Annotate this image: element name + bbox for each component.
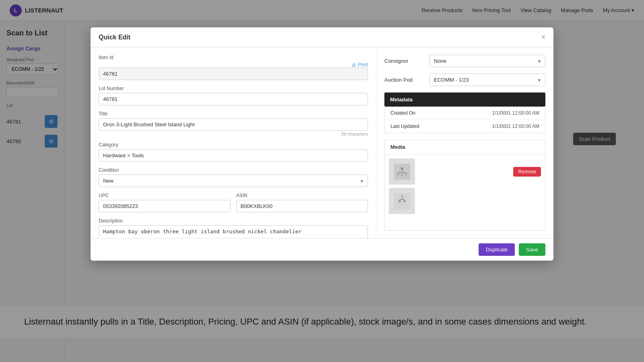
description-group: Description Hampton bay oberon three lig… — [99, 218, 368, 238]
description-textarea[interactable]: Hampton bay oberon three light island br… — [99, 225, 368, 238]
asin-label: ASIN — [236, 193, 368, 198]
media-thumbnail-1 — [389, 188, 415, 214]
upc-group: UPC — [99, 193, 231, 212]
lot-number-label: Lot Number — [99, 86, 368, 91]
char-count: 39 characters — [99, 132, 368, 136]
svg-point-11 — [403, 200, 406, 202]
svg-point-10 — [398, 200, 401, 202]
category-label: Category — [99, 142, 368, 148]
modal-title: Quick Edit — [99, 34, 130, 41]
svg-point-4 — [397, 173, 399, 175]
condition-select-wrapper: New Used Like New Good Fair Poor — [99, 175, 368, 187]
consignor-row: Consignor None — [384, 55, 545, 67]
modal-close-button[interactable]: × — [541, 33, 545, 41]
created-on-label: Created On — [390, 110, 415, 116]
asin-group: ASIN — [236, 193, 368, 212]
print-icon: 🖨 — [351, 62, 356, 68]
metadata-header: Metadata — [384, 93, 545, 107]
category-group: Category — [99, 142, 368, 162]
media-section: Media — [384, 140, 545, 231]
created-on-value: 1/1/0001 12:00:00 AM — [492, 110, 539, 116]
consignor-select-wrapper: None — [429, 55, 545, 67]
description-label: Description — [99, 218, 368, 224]
condition-group: Condition New Used Like New Good Fair Po… — [99, 167, 368, 187]
duplicate-button[interactable]: Duplicate — [479, 243, 515, 256]
media-thumbnail-0 — [389, 158, 415, 185]
condition-select[interactable]: New Used Like New Good Fair Poor — [99, 175, 368, 187]
category-input[interactable] — [99, 149, 368, 162]
lamp-icon — [394, 193, 410, 209]
auction-pod-row: Auction Pod ECOMM - 1/23 — [384, 74, 545, 86]
auction-pod-select-wrapper: ECOMM - 1/23 — [429, 74, 545, 86]
table-row: Last Updated 1/1/0001 12:00:00 AM — [385, 120, 545, 133]
upc-label: UPC — [99, 193, 231, 198]
meta-panel: Consignor None Auction Pod ECOMM - 1/2 — [376, 47, 553, 238]
metadata-block: Metadata Created On 1/1/0001 12:00:00 AM… — [384, 93, 545, 140]
table-row: Created On 1/1/0001 12:00:00 AM — [385, 107, 545, 120]
modal-body: Item Id 🖨 Print Lot Number — [91, 47, 553, 238]
title-label: Title — [99, 111, 368, 117]
remove-button[interactable]: Remove — [513, 167, 541, 177]
item-id-input[interactable] — [99, 68, 368, 80]
media-item-1 — [389, 188, 541, 214]
upc-asin-row: UPC ASIN — [99, 193, 368, 218]
modal-footer: Duplicate Save — [91, 238, 553, 261]
svg-point-6 — [405, 173, 407, 175]
quick-edit-modal: Quick Edit × Item Id 🖨 Print — [91, 27, 553, 261]
last-updated-value: 1/1/0001 12:00:00 AM — [492, 123, 539, 129]
modal-header: Quick Edit × — [91, 27, 553, 47]
metadata-table: Created On 1/1/0001 12:00:00 AM Last Upd… — [384, 107, 545, 133]
print-link[interactable]: 🖨 Print — [351, 62, 368, 68]
media-content: Remove — [385, 154, 545, 215]
auction-pod-label: Auction Pod — [384, 77, 425, 83]
auction-pod-select[interactable]: ECOMM - 1/23 — [429, 74, 545, 86]
item-id-label: Item Id — [99, 55, 368, 60]
last-updated-label: Last Updated — [390, 123, 419, 129]
title-input[interactable] — [99, 118, 368, 131]
item-id-group: Item Id 🖨 Print — [99, 55, 368, 80]
upc-input[interactable] — [99, 200, 231, 212]
media-header: Media — [385, 140, 545, 154]
modal-overlay: Quick Edit × Item Id 🖨 Print — [0, 21, 644, 362]
lot-number-group: Lot Number — [99, 86, 368, 105]
consignor-select[interactable]: None — [429, 55, 545, 67]
title-group: Title 39 characters — [99, 111, 368, 136]
consignor-label: Consignor — [384, 58, 425, 64]
media-item-0: Remove — [389, 158, 541, 185]
save-button[interactable]: Save — [519, 243, 545, 256]
svg-point-5 — [401, 174, 403, 176]
lot-number-input[interactable] — [99, 93, 368, 105]
svg-point-1 — [401, 167, 403, 170]
condition-label: Condition — [99, 167, 368, 173]
form-panel: Item Id 🖨 Print Lot Number — [91, 47, 376, 238]
asin-input[interactable] — [236, 200, 368, 212]
chandelier-icon — [394, 164, 410, 180]
